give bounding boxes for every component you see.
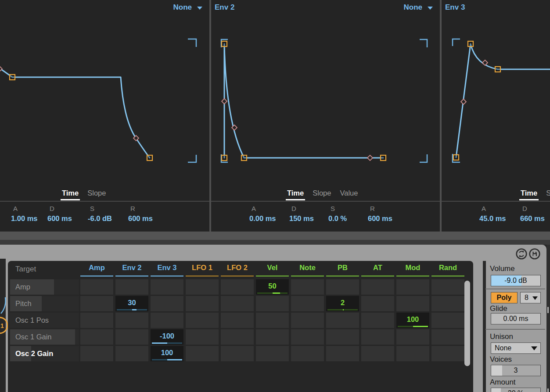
matrix-cell-pitch-note[interactable] [291, 296, 324, 311]
matrix-col-header-mod[interactable]: Mod [396, 264, 429, 272]
matrix-cell-osc-2-gain-lfo-2[interactable] [221, 346, 254, 361]
envelope-point-handle[interactable] [10, 75, 15, 80]
curve-slope-handle[interactable] [0, 66, 2, 71]
matrix-cell-pitch-vel[interactable] [256, 296, 289, 311]
matrix-col-header-rand[interactable]: Rand [431, 264, 464, 272]
save-preset-icon[interactable] [530, 249, 540, 259]
curve-slope-handle[interactable] [482, 60, 488, 65]
envelope-point-handle[interactable] [147, 155, 152, 160]
volume-slider[interactable]: -9.0 dB [491, 275, 541, 286]
glide-field[interactable]: 0.00 ms [491, 313, 541, 324]
matrix-cell-pitch-amp[interactable] [80, 296, 113, 311]
poly-mode-button[interactable]: Poly [491, 292, 518, 303]
matrix-cell-osc-2-gain-lfo-1[interactable] [186, 346, 219, 361]
envelope-point-handle[interactable] [453, 155, 459, 160]
envelope-point-handle[interactable] [222, 41, 227, 46]
matrix-cell-pitch-pb[interactable]: 2 [326, 296, 359, 311]
amount-slider[interactable]: 20 % [491, 388, 541, 392]
matrix-cell-osc-1-pos-pb[interactable] [326, 313, 359, 328]
param-value[interactable]: 0.00 ms [249, 214, 276, 223]
matrix-row-label-osc-2-gain[interactable]: Osc 2 Gain [10, 346, 79, 361]
matrix-cell-amp-at[interactable] [361, 279, 394, 295]
matrix-cell-amp-lfo-1[interactable] [186, 279, 219, 295]
env-tab-s[interactable]: S [545, 189, 550, 200]
matrix-cell-osc-1-gain-rand[interactable] [431, 329, 464, 345]
matrix-cell-osc-2-gain-pb[interactable] [326, 346, 359, 361]
matrix-cell-osc-1-gain-vel[interactable] [256, 329, 289, 345]
unison-mode-dropdown[interactable]: None [491, 342, 541, 354]
matrix-col-header-env-3[interactable]: Env 3 [151, 264, 183, 272]
hot-swap-icon[interactable] [517, 249, 527, 259]
envelope-point-handle[interactable] [381, 155, 386, 160]
curve-slope-handle[interactable] [367, 155, 373, 160]
matrix-cell-osc-2-gain-env-3[interactable]: 100 [151, 346, 183, 361]
env-tab-slope[interactable]: Slope [311, 189, 332, 200]
param-value[interactable]: 0.0 % [328, 214, 347, 223]
matrix-cell-osc-1-gain-mod[interactable] [396, 329, 429, 345]
matrix-cell-osc-1-gain-env-2[interactable] [115, 329, 148, 345]
matrix-col-header-lfo-2[interactable]: LFO 2 [221, 264, 254, 272]
matrix-col-header-env-2[interactable]: Env 2 [115, 264, 148, 272]
matrix-cell-osc-1-gain-at[interactable] [361, 329, 394, 345]
matrix-cell-pitch-lfo-2[interactable] [221, 296, 254, 311]
matrix-cell-osc-1-pos-lfo-1[interactable] [186, 313, 219, 328]
param-value[interactable]: -6.0 dB [88, 214, 112, 223]
matrix-row-label-pitch[interactable]: Pitch [10, 296, 79, 311]
matrix-cell-osc-1-pos-amp[interactable] [80, 313, 113, 328]
matrix-cell-amp-env-3[interactable] [151, 279, 183, 295]
matrix-cell-osc-1-pos-vel[interactable] [256, 313, 289, 328]
env-tab-time[interactable]: Time [519, 189, 539, 200]
matrix-cell-osc-1-gain-pb[interactable] [326, 329, 359, 345]
curve-slope-handle[interactable] [222, 99, 227, 104]
matrix-cell-pitch-lfo-1[interactable] [186, 296, 219, 311]
matrix-cell-osc-2-gain-amp[interactable] [80, 346, 113, 361]
env-tab-slope[interactable]: Slope [86, 189, 107, 200]
matrix-cell-osc-1-pos-rand[interactable] [431, 313, 464, 328]
param-value[interactable]: 600 ms [47, 214, 72, 223]
matrix-cell-osc-1-pos-note[interactable] [291, 313, 324, 328]
matrix-cell-osc-2-gain-vel[interactable] [256, 346, 289, 361]
matrix-col-header-vel[interactable]: Vel [256, 264, 289, 272]
matrix-cell-pitch-at[interactable] [361, 296, 394, 311]
poly-voices-dropdown[interactable]: 8 [520, 292, 541, 303]
matrix-cell-amp-note[interactable] [291, 279, 324, 295]
matrix-cell-pitch-rand[interactable] [431, 296, 464, 311]
envelope-point-handle[interactable] [222, 155, 227, 160]
matrix-col-header-at[interactable]: AT [361, 264, 394, 272]
matrix-cell-osc-2-gain-at[interactable] [361, 346, 394, 361]
matrix-cell-osc-2-gain-env-2[interactable] [115, 346, 148, 361]
matrix-row-label-amp[interactable]: Amp [10, 279, 79, 295]
matrix-cell-osc-2-gain-rand[interactable] [431, 346, 464, 361]
matrix-cell-pitch-mod[interactable] [396, 296, 429, 311]
env-tab-value[interactable]: Value [338, 189, 359, 200]
matrix-cell-osc-2-gain-mod[interactable] [396, 346, 429, 361]
param-value[interactable]: 45.0 ms [479, 214, 506, 223]
voices-slider[interactable]: 3 [491, 365, 541, 376]
matrix-cell-osc-1-gain-lfo-2[interactable] [221, 329, 254, 345]
matrix-cell-pitch-env-2[interactable]: 30 [115, 296, 148, 311]
envelope-point-handle[interactable] [495, 67, 500, 72]
matrix-cell-pitch-env-3[interactable] [151, 296, 183, 311]
matrix-cell-osc-1-pos-mod[interactable]: 100 [396, 313, 429, 328]
matrix-cell-osc-1-pos-env-2[interactable] [115, 313, 148, 328]
matrix-col-header-amp[interactable]: Amp [80, 264, 113, 272]
matrix-cell-osc-1-gain-lfo-1[interactable] [186, 329, 219, 345]
param-value[interactable]: 1.00 ms [11, 214, 38, 223]
matrix-cell-amp-amp[interactable] [80, 279, 113, 295]
matrix-col-header-pb[interactable]: PB [326, 264, 359, 272]
matrix-col-header-note[interactable]: Note [291, 264, 324, 272]
matrix-cell-amp-pb[interactable] [326, 279, 359, 295]
matrix-col-header-lfo-1[interactable]: LFO 1 [186, 264, 219, 272]
env-tab-time[interactable]: Time [286, 189, 305, 200]
envelope-point-handle[interactable] [241, 155, 247, 160]
matrix-row-label-osc-1-pos[interactable]: Osc 1 Pos [10, 313, 79, 328]
matrix-cell-amp-mod[interactable] [396, 279, 429, 295]
matrix-scrollbar[interactable] [464, 281, 470, 366]
param-value[interactable]: 600 ms [368, 214, 392, 223]
matrix-cell-osc-2-gain-note[interactable] [291, 346, 324, 361]
param-value[interactable]: 150 ms [289, 214, 314, 223]
matrix-cell-amp-lfo-2[interactable] [221, 279, 254, 295]
curve-slope-handle[interactable] [461, 99, 466, 104]
param-value[interactable]: 600 ms [128, 214, 153, 223]
matrix-cell-amp-rand[interactable] [431, 279, 464, 295]
